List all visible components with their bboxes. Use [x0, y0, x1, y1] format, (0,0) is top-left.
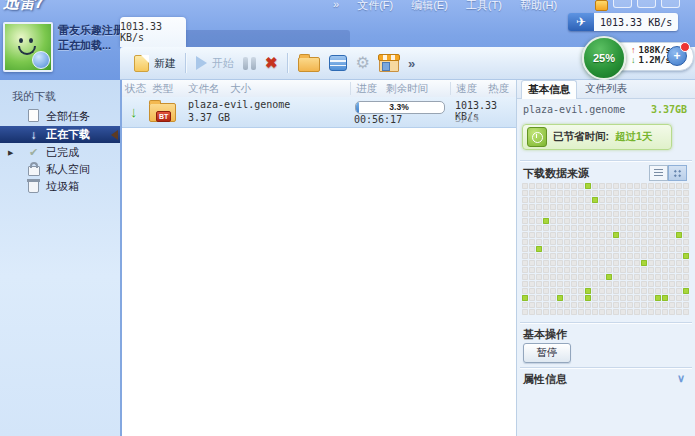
- col-speed[interactable]: 速度: [456, 82, 477, 96]
- source-cell: [571, 281, 577, 287]
- source-cell: [683, 302, 689, 308]
- col-status[interactable]: 状态: [125, 82, 146, 96]
- sidebar-item-private-space[interactable]: 私人空间: [0, 161, 120, 178]
- task-list: 状态 类型 文件名 大小 进度 剩余时间 速度 热度 ↓ BT plaza-ev…: [122, 80, 516, 436]
- source-cell: [669, 204, 675, 210]
- source-cell: [578, 260, 584, 266]
- new-task-label: 新建: [154, 56, 176, 71]
- list-view-button[interactable]: [649, 165, 668, 181]
- menu-edit[interactable]: 编辑(E): [411, 0, 448, 13]
- source-cell: [620, 190, 626, 196]
- detail-filename: plaza-evil.genome: [523, 104, 625, 115]
- source-cell: [564, 309, 570, 315]
- sidebar-item-trash[interactable]: 垃圾箱: [0, 178, 120, 195]
- source-cell: [662, 190, 668, 196]
- store-button[interactable]: [379, 54, 399, 72]
- menu-help[interactable]: 帮助(H): [520, 0, 557, 13]
- source-cell: [606, 309, 612, 315]
- progress-label: 3.3%: [355, 102, 443, 112]
- source-cell: [655, 260, 661, 266]
- sidebar: 我的下载 全部任务 ↓ 正在下载 ▶ ✔ 已完成 私人空间 垃圾箱: [0, 80, 122, 436]
- tab-strip: [186, 30, 350, 47]
- source-cell: [557, 246, 563, 252]
- source-cell: [585, 274, 591, 280]
- source-cell: [557, 295, 563, 301]
- source-cell: [592, 288, 598, 294]
- source-cell: [550, 197, 556, 203]
- source-cell: [613, 260, 619, 266]
- source-cell: [613, 281, 619, 287]
- source-cell: [599, 197, 605, 203]
- time-saved-label: 已节省时间:: [553, 130, 609, 144]
- col-progress[interactable]: 进度: [356, 82, 377, 96]
- source-cell: [613, 239, 619, 245]
- col-filename[interactable]: 文件名: [188, 82, 220, 96]
- col-type[interactable]: 类型: [152, 82, 173, 96]
- source-cell: [627, 218, 633, 224]
- source-cell: [627, 239, 633, 245]
- expander-triangle-icon[interactable]: ▶: [8, 149, 13, 157]
- sidebar-item-all-tasks[interactable]: 全部任务: [0, 108, 120, 125]
- start-button[interactable]: 开始: [196, 56, 234, 71]
- tab-basic-info[interactable]: 基本信息: [521, 80, 577, 99]
- source-cell: [543, 204, 549, 210]
- toolbar-more-button[interactable]: »: [408, 56, 415, 71]
- menu-tools[interactable]: 工具(T): [466, 0, 502, 13]
- source-cell: [557, 239, 563, 245]
- source-cell: [627, 281, 633, 287]
- download-arrow-icon: ↓: [631, 55, 636, 65]
- new-task-button[interactable]: 新建: [134, 55, 176, 72]
- sidebar-item-label: 全部任务: [46, 109, 90, 124]
- delete-button[interactable]: ✖: [265, 54, 278, 72]
- source-cell: [655, 197, 661, 203]
- progress-circle[interactable]: 25%: [582, 36, 626, 80]
- source-cell: [571, 225, 577, 231]
- source-cell: [578, 197, 584, 203]
- source-cell: [641, 246, 647, 252]
- tab-file-list[interactable]: 文件列表: [579, 80, 633, 98]
- source-cell: [683, 197, 689, 203]
- open-folder-button[interactable]: [298, 54, 320, 72]
- settings-button[interactable]: ⚙: [356, 55, 370, 71]
- source-cell: [564, 218, 570, 224]
- col-remaining[interactable]: 剩余时间: [386, 82, 428, 96]
- maximize-button[interactable]: [637, 0, 656, 8]
- chevron-down-icon[interactable]: ∨: [677, 372, 685, 385]
- sidebar-item-completed[interactable]: ▶ ✔ 已完成: [0, 144, 120, 161]
- grid-view-button[interactable]: [668, 165, 687, 181]
- col-size[interactable]: 大小: [230, 82, 251, 96]
- source-cell: [655, 281, 661, 287]
- source-cell: [648, 197, 654, 203]
- source-cell: [529, 253, 535, 259]
- menu-file[interactable]: 文件(F): [357, 0, 393, 13]
- source-cell: [536, 211, 542, 217]
- menu-overflow-chevron[interactable]: »: [333, 0, 339, 13]
- source-cell: [550, 225, 556, 231]
- pause-toolbar-button[interactable]: [243, 57, 256, 70]
- skin-icon[interactable]: [595, 0, 608, 11]
- storage-button[interactable]: [329, 55, 347, 71]
- source-cell: [522, 246, 528, 252]
- user-avatar[interactable]: [3, 22, 53, 72]
- source-cell: [543, 225, 549, 231]
- source-cell: [620, 197, 626, 203]
- sidebar-item-downloading[interactable]: ↓ 正在下载: [0, 126, 120, 143]
- source-cell: [592, 190, 598, 196]
- source-cell: [522, 281, 528, 287]
- source-cell: [662, 197, 668, 203]
- source-cell: [585, 281, 591, 287]
- speed-tab[interactable]: 1013.33 KB/s: [120, 17, 186, 47]
- close-button[interactable]: [661, 0, 680, 8]
- source-cell: [564, 190, 570, 196]
- source-cell: [662, 260, 668, 266]
- source-cell: [683, 225, 689, 231]
- minimize-button[interactable]: [613, 0, 632, 8]
- source-cell: [620, 218, 626, 224]
- source-cell: [564, 211, 570, 217]
- source-cell: [655, 232, 661, 238]
- col-heat[interactable]: 热度: [488, 82, 509, 96]
- table-row[interactable]: ↓ BT plaza-evil.genome 3.37 GB 3.3% 00:5…: [122, 97, 516, 128]
- source-cell: [627, 211, 633, 217]
- pause-task-button[interactable]: 暂停: [523, 343, 571, 363]
- source-cell: [536, 302, 542, 308]
